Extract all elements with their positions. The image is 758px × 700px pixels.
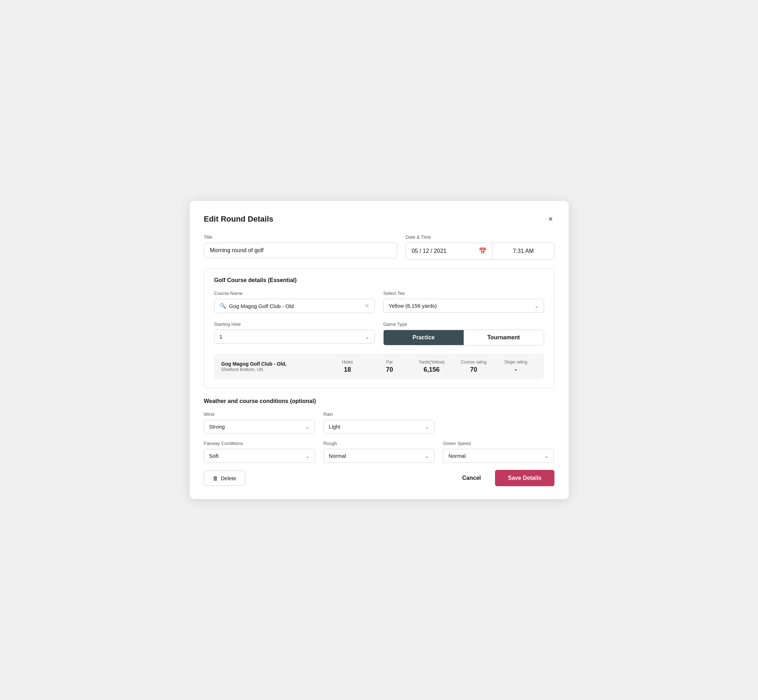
title-input[interactable] — [204, 242, 397, 258]
cancel-button[interactable]: Cancel — [457, 470, 487, 486]
slope-rating-stat: Slope rating - — [495, 359, 537, 373]
starting-hole-dropdown[interactable]: 1 ⌄ — [214, 330, 375, 344]
time-value: 7:31 AM — [513, 248, 534, 254]
starting-hole-label: Starting Hole — [214, 322, 375, 327]
holes-label: Holes — [342, 359, 353, 364]
course-rating-label: Course rating — [461, 359, 487, 364]
par-label: Par — [386, 359, 393, 364]
modal-header: Edit Round Details × — [204, 214, 554, 225]
course-info-name-block: Gog Magog Golf Club - Old, Shelford Bott… — [221, 361, 327, 372]
practice-button[interactable]: Practice — [384, 330, 464, 345]
datetime-label: Date & Time — [406, 234, 554, 240]
date-value: 05 / 12 / 2021 — [412, 248, 446, 254]
wind-group: Wind Strong ⌄ — [204, 411, 315, 434]
time-input[interactable]: 7:31 AM — [493, 242, 554, 259]
slope-rating-value: - — [515, 366, 517, 373]
calendar-icon: 📅 — [479, 247, 487, 255]
course-info-bar: Gog Magog Golf Club - Old, Shelford Bott… — [214, 354, 544, 379]
green-group: Green Speed Normal ⌄ — [443, 441, 554, 463]
rain-value: Light — [329, 423, 425, 430]
delete-button[interactable]: 🗑 Delete — [204, 470, 245, 486]
course-info-location: Shelford Bottom, UK — [221, 367, 327, 372]
close-button[interactable]: × — [547, 214, 554, 225]
weather-section-title: Weather and course conditions (optional) — [204, 398, 554, 405]
green-dropdown[interactable]: Normal ⌄ — [443, 449, 554, 463]
rough-dropdown[interactable]: Normal ⌄ — [324, 449, 434, 463]
course-name-group: Course Name 🔍 ✕ — [214, 291, 375, 313]
title-datetime-row: Title Date & Time 05 / 12 / 2021 📅 7:31 … — [204, 234, 554, 259]
fairway-group: Fairway Conditions Soft ⌄ — [204, 441, 315, 463]
course-tee-row: Course Name 🔍 ✕ Select Tee Yellow (6,156… — [214, 291, 544, 313]
footer-right: Cancel Save Details — [457, 470, 554, 486]
game-type-group: Game Type Practice Tournament — [383, 322, 544, 345]
chevron-down-icon: ⌄ — [545, 453, 549, 459]
rain-label: Rain — [324, 411, 434, 417]
clear-icon[interactable]: ✕ — [365, 303, 370, 309]
course-name-search[interactable]: 🔍 ✕ — [214, 299, 375, 313]
par-value: 70 — [386, 366, 393, 373]
par-stat: Par 70 — [368, 359, 410, 373]
weather-section: Weather and course conditions (optional)… — [204, 398, 554, 463]
course-name-label: Course Name — [214, 291, 375, 296]
game-type-toggle: Practice Tournament — [383, 330, 544, 345]
fairway-label: Fairway Conditions — [204, 441, 315, 446]
course-name-input[interactable] — [229, 303, 362, 309]
delete-label: Delete — [221, 475, 236, 481]
holes-stat: Holes 18 — [326, 359, 368, 373]
chevron-down-icon: ⌄ — [305, 453, 310, 459]
wind-dropdown[interactable]: Strong ⌄ — [204, 420, 315, 434]
starting-hole-value: 1 — [219, 334, 365, 340]
hole-gametype-row: Starting Hole 1 ⌄ Game Type Practice Tou… — [214, 322, 544, 345]
fairway-rough-green-row: Fairway Conditions Soft ⌄ Rough Normal ⌄… — [204, 441, 554, 463]
yards-value: 6,156 — [423, 366, 440, 373]
holes-value: 18 — [344, 366, 351, 373]
slope-rating-label: Slope rating — [504, 359, 527, 364]
starting-hole-group: Starting Hole 1 ⌄ — [214, 322, 375, 345]
select-tee-group: Select Tee Yellow (6,156 yards) ⌄ — [383, 291, 544, 313]
select-tee-dropdown[interactable]: Yellow (6,156 yards) ⌄ — [383, 299, 544, 312]
golf-course-section: Golf Course details (Essential) Course N… — [204, 268, 554, 388]
footer-row: 🗑 Delete Cancel Save Details — [204, 470, 554, 486]
trash-icon: 🗑 — [213, 475, 218, 481]
course-rating-value: 70 — [470, 366, 477, 373]
rain-group: Rain Light ⌄ — [324, 411, 434, 434]
edit-round-modal: Edit Round Details × Title Date & Time 0… — [190, 201, 568, 499]
wind-label: Wind — [204, 411, 315, 417]
chevron-down-icon: ⌄ — [425, 453, 429, 459]
modal-title: Edit Round Details — [204, 214, 274, 224]
title-label: Title — [204, 234, 397, 240]
tournament-button[interactable]: Tournament — [464, 330, 544, 345]
green-label: Green Speed — [443, 441, 554, 446]
course-info-name: Gog Magog Golf Club - Old, — [221, 361, 327, 367]
wind-value: Strong — [209, 423, 305, 430]
search-icon: 🔍 — [219, 303, 226, 309]
golf-section-title: Golf Course details (Essential) — [214, 277, 544, 283]
date-time-row: 05 / 12 / 2021 📅 7:31 AM — [406, 242, 554, 259]
chevron-down-icon: ⌄ — [534, 303, 539, 309]
title-group: Title — [204, 234, 397, 259]
rough-label: Rough — [324, 441, 434, 446]
course-rating-stat: Course rating 70 — [453, 359, 495, 373]
green-value: Normal — [448, 453, 545, 459]
chevron-down-icon: ⌄ — [305, 424, 310, 430]
yards-label: Yards(Yellow) — [418, 359, 445, 364]
chevron-down-icon: ⌄ — [365, 334, 370, 340]
game-type-label: Game Type — [383, 322, 544, 327]
rain-dropdown[interactable]: Light ⌄ — [324, 420, 434, 434]
fairway-dropdown[interactable]: Soft ⌄ — [204, 449, 315, 463]
datetime-group: Date & Time 05 / 12 / 2021 📅 7:31 AM — [406, 234, 554, 259]
select-tee-value: Yellow (6,156 yards) — [388, 303, 534, 309]
chevron-down-icon: ⌄ — [425, 424, 429, 430]
yards-stat: Yards(Yellow) 6,156 — [411, 359, 453, 373]
date-input[interactable]: 05 / 12 / 2021 📅 — [406, 242, 493, 259]
rough-group: Rough Normal ⌄ — [324, 441, 434, 463]
rough-value: Normal — [329, 453, 425, 459]
select-tee-label: Select Tee — [383, 291, 544, 296]
wind-rain-row: Wind Strong ⌄ Rain Light ⌄ — [204, 411, 554, 434]
fairway-value: Soft — [209, 453, 305, 459]
save-button[interactable]: Save Details — [495, 470, 554, 486]
